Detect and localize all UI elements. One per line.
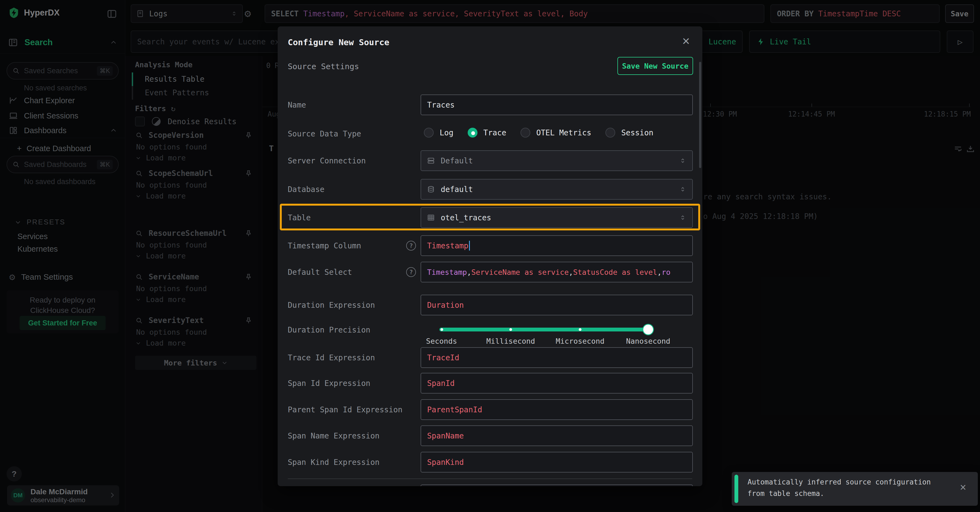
radio-session[interactable]: [605, 128, 615, 137]
default-select-label: Default Select: [288, 268, 352, 277]
sql-token: ServiceName as service: [471, 268, 569, 276]
duration-expression-label: Duration Expression: [288, 301, 375, 309]
parent-span-id-label: Parent Span Id Expression: [288, 405, 402, 414]
timestamp-column-label: Timestamp Column: [288, 241, 361, 250]
toast-notification: Automatically inferred source configurat…: [732, 472, 978, 506]
partial-next-input[interactable]: [421, 485, 693, 486]
timestamp-column-value: Timestamp: [427, 241, 468, 250]
sql-token: ,: [657, 268, 662, 276]
radio-otel-metrics-label: OTEL Metrics: [536, 128, 591, 137]
duration-precision-slider[interactable]: [439, 328, 648, 332]
server-icon: [427, 157, 435, 164]
slider-stop[interactable]: [579, 328, 581, 331]
modal-section-divider: [288, 479, 692, 479]
name-label: Name: [288, 100, 306, 110]
slider-label-microsecond[interactable]: Microsecond: [556, 337, 605, 345]
name-input[interactable]: Traces: [421, 94, 693, 115]
toast-line2: from table schema.: [748, 490, 824, 498]
radio-trace[interactable]: [468, 128, 477, 137]
timestamp-column-input[interactable]: Timestamp: [421, 235, 693, 256]
radio-log[interactable]: [424, 128, 434, 137]
span-name-label: Span Name Expression: [288, 431, 379, 440]
server-connection-select[interactable]: Default: [421, 150, 693, 171]
toast-line1: Automatically inferred source configurat…: [748, 478, 931, 486]
sql-token: ,: [569, 268, 573, 276]
chevron-updown-icon: [679, 186, 686, 193]
source-data-type-label: Source Data Type: [288, 129, 361, 138]
save-new-source-button[interactable]: Save New Source: [617, 57, 693, 75]
radio-session-label: Session: [621, 128, 653, 137]
table-icon: [427, 214, 435, 222]
radio-otel-metrics[interactable]: [520, 128, 530, 137]
modal-close-button[interactable]: ×: [682, 33, 690, 48]
database-label: Database: [288, 185, 325, 194]
table-label: Table: [288, 213, 310, 222]
database-icon: [427, 185, 435, 193]
slider-thumb[interactable]: [643, 325, 653, 335]
server-connection-value: Default: [441, 156, 473, 165]
help-icon: ?: [406, 267, 416, 277]
span-id-input[interactable]: SpanId: [421, 373, 693, 394]
sql-token: ro: [662, 268, 671, 276]
span-kind-label: Span Kind Expression: [288, 458, 379, 467]
span-kind-value: SpanKind: [427, 458, 464, 467]
span-id-label: Span Id Expression: [288, 379, 370, 388]
duration-precision-label: Duration Precision: [288, 325, 370, 335]
duration-expression-input[interactable]: Duration: [421, 295, 693, 315]
span-name-value: SpanName: [427, 431, 464, 440]
table-select[interactable]: otel_traces: [421, 207, 693, 228]
section-title: Source Settings: [288, 62, 359, 71]
radio-trace-label: Trace: [484, 128, 506, 137]
table-value: otel_traces: [441, 213, 491, 222]
name-value: Traces: [427, 100, 455, 110]
trace-id-value: TraceId: [427, 353, 459, 362]
chevron-updown-icon: [679, 157, 686, 164]
server-connection-label: Server Connection: [288, 156, 366, 165]
slider-label-millisecond[interactable]: Millisecond: [487, 337, 535, 345]
hyperdx-app: Logs ⚙ SELECT Timestamp, ServiceName as …: [0, 0, 980, 512]
sql-token: ,: [467, 268, 471, 276]
modal-title: Configure New Source: [288, 37, 389, 47]
toast-close-button[interactable]: ×: [960, 481, 966, 493]
parent-span-id-input[interactable]: ParentSpanId: [421, 399, 693, 420]
parent-span-id-value: ParentSpanId: [427, 405, 482, 414]
default-select-input[interactable]: Timestamp, ServiceName as service, Statu…: [421, 262, 693, 282]
span-name-input[interactable]: SpanName: [421, 425, 693, 446]
sql-token: Timestamp: [427, 268, 467, 276]
slider-label-nanosecond[interactable]: Nanosecond: [626, 337, 670, 345]
trace-id-label: Trace Id Expression: [288, 353, 375, 362]
span-id-value: SpanId: [427, 379, 455, 388]
radio-log-label: Log: [440, 128, 453, 137]
help-icon: ?: [406, 241, 416, 250]
text-cursor: [469, 241, 470, 250]
sql-token: StatusCode as level: [573, 268, 657, 276]
database-value: default: [441, 185, 473, 194]
slider-stop[interactable]: [509, 328, 512, 331]
modal-scrollbar[interactable]: [699, 62, 701, 168]
database-select[interactable]: default: [421, 179, 693, 199]
toast-accent-bar: [735, 475, 738, 503]
chevron-updown-icon: [679, 214, 686, 221]
span-kind-input[interactable]: SpanKind: [421, 452, 693, 472]
configure-source-modal: Configure New Source × Source Settings S…: [278, 26, 702, 486]
duration-value: Duration: [427, 301, 464, 309]
slider-stop[interactable]: [441, 328, 443, 331]
trace-id-input[interactable]: TraceId: [421, 347, 693, 368]
slider-label-seconds[interactable]: Seconds: [426, 337, 457, 345]
